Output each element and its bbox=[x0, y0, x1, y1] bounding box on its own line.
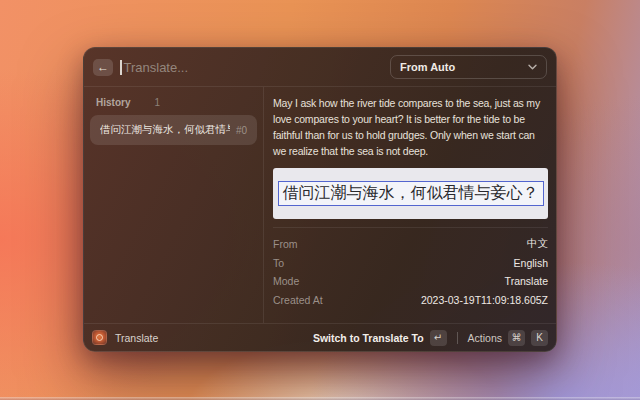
metadata-value: 中文 bbox=[527, 237, 548, 251]
history-item-text: 借问江潮与海水，何似君情与妾... bbox=[100, 123, 230, 137]
k-key-label: K bbox=[531, 330, 548, 346]
metadata-label: Mode bbox=[273, 275, 299, 287]
text-cursor bbox=[120, 60, 122, 75]
selected-source-text: 借问江潮与海水，何似君情与妾心？ bbox=[278, 181, 544, 206]
detail-pane: May I ask how the river tide compares to… bbox=[264, 87, 556, 323]
metadata-section: From 中文 To English Mode Translate Create… bbox=[264, 228, 556, 309]
action-bar: Translate Switch to Translate To ↵ Actio… bbox=[84, 323, 556, 351]
return-key-icon[interactable]: ↵ bbox=[430, 330, 447, 346]
history-list-item-selected[interactable]: 借问江潮与海水，何似君情与妾... #0 bbox=[90, 115, 257, 145]
detail-content: May I ask how the river tide compares to… bbox=[264, 87, 556, 228]
history-item-index-badge: #0 bbox=[236, 125, 247, 136]
back-button[interactable]: ← bbox=[93, 59, 113, 76]
desktop-background: ← Translate... From Auto History 1 bbox=[0, 0, 640, 400]
dropdown-selected-value: From Auto bbox=[400, 61, 455, 73]
extension-name: Translate bbox=[115, 332, 158, 344]
metadata-value: 2023-03-19T11:09:18.605Z bbox=[421, 294, 548, 306]
metadata-value: English bbox=[514, 257, 548, 269]
history-section-header: History 1 bbox=[90, 95, 257, 115]
metadata-row-mode: Mode Translate bbox=[273, 272, 548, 291]
primary-action-button[interactable]: Switch to Translate To bbox=[313, 332, 424, 344]
actions-menu-button[interactable]: Actions bbox=[468, 332, 502, 344]
footer-separator bbox=[457, 332, 458, 344]
translate-app-window: ← Translate... From Auto History 1 bbox=[83, 47, 557, 352]
metadata-row-to: To English bbox=[273, 254, 548, 273]
metadata-row-created-at: Created At 2023-03-19T11:09:18.605Z bbox=[273, 291, 548, 310]
history-sidebar: History 1 借问江潮与海水，何似君情与妾... #0 bbox=[84, 87, 264, 323]
source-language-dropdown[interactable]: From Auto bbox=[390, 55, 547, 79]
back-arrow-icon: ← bbox=[97, 61, 109, 73]
history-section-title: History bbox=[96, 97, 130, 108]
metadata-row-from: From 中文 bbox=[273, 235, 548, 254]
translation-result-text: May I ask how the river tide compares to… bbox=[273, 95, 548, 159]
translate-extension-icon bbox=[92, 330, 107, 345]
command-key-icon: ⌘ bbox=[508, 330, 525, 346]
metadata-value: Translate bbox=[505, 275, 548, 287]
history-section-count: 1 bbox=[154, 97, 160, 108]
source-text-image: 借问江潮与海水，何似君情与妾心？ bbox=[273, 168, 548, 219]
metadata-label: To bbox=[273, 257, 284, 269]
metadata-label: Created At bbox=[273, 294, 323, 306]
chevron-down-icon bbox=[528, 64, 537, 70]
search-input[interactable]: Translate... bbox=[124, 60, 189, 75]
header-bar: ← Translate... From Auto bbox=[84, 48, 556, 86]
metadata-label: From bbox=[273, 238, 298, 250]
content-area: History 1 借问江潮与海水，何似君情与妾... #0 May I ask… bbox=[84, 87, 556, 323]
